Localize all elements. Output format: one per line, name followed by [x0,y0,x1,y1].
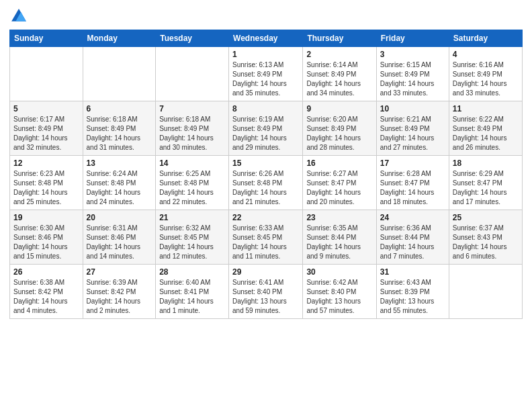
calendar-cell: 24Sunrise: 6:36 AM Sunset: 8:44 PM Dayli… [376,210,449,265]
day-info: Sunrise: 6:14 AM Sunset: 8:49 PM Dayligh… [306,60,372,98]
day-number: 25 [453,213,519,222]
day-number: 6 [87,104,152,113]
calendar-cell: 22Sunrise: 6:33 AM Sunset: 8:45 PM Dayli… [229,210,303,265]
day-number: 19 [13,213,79,222]
calendar-cell: 2Sunrise: 6:14 AM Sunset: 8:49 PM Daylig… [303,47,376,101]
day-number: 12 [13,158,79,168]
calendar-cell [83,47,156,101]
weekday-header-monday: Monday [83,30,156,47]
week-row-1: 1Sunrise: 6:13 AM Sunset: 8:49 PM Daylig… [10,47,523,101]
day-info: Sunrise: 6:15 AM Sunset: 8:49 PM Dayligh… [380,60,445,98]
weekday-header-row: SundayMondayTuesdayWednesdayThursdayFrid… [10,30,523,47]
header [9,7,523,26]
day-number: 3 [380,50,445,59]
weekday-header-saturday: Saturday [449,30,522,47]
calendar-cell [156,47,229,101]
day-info: Sunrise: 6:40 AM Sunset: 8:41 PM Dayligh… [159,278,225,316]
calendar-cell: 13Sunrise: 6:24 AM Sunset: 8:48 PM Dayli… [83,156,156,210]
day-info: Sunrise: 6:43 AM Sunset: 8:39 PM Dayligh… [380,278,445,316]
day-number: 20 [87,213,152,222]
day-number: 18 [453,158,519,168]
calendar-cell: 4Sunrise: 6:16 AM Sunset: 8:49 PM Daylig… [449,47,522,101]
calendar-cell: 16Sunrise: 6:27 AM Sunset: 8:47 PM Dayli… [303,156,376,210]
calendar-cell: 30Sunrise: 6:42 AM Sunset: 8:40 PM Dayli… [303,265,376,319]
day-info: Sunrise: 6:13 AM Sunset: 8:49 PM Dayligh… [232,60,299,98]
day-info: Sunrise: 6:18 AM Sunset: 8:49 PM Dayligh… [87,115,152,152]
day-number: 11 [453,104,519,113]
calendar-cell: 11Sunrise: 6:22 AM Sunset: 8:49 PM Dayli… [449,101,522,156]
calendar-cell: 26Sunrise: 6:38 AM Sunset: 8:42 PM Dayli… [10,265,83,319]
day-number: 24 [380,213,445,222]
day-info: Sunrise: 6:20 AM Sunset: 8:49 PM Dayligh… [306,115,372,152]
day-info: Sunrise: 6:35 AM Sunset: 8:44 PM Dayligh… [306,224,372,261]
weekday-header-wednesday: Wednesday [229,30,303,47]
day-number: 13 [87,158,152,168]
day-info: Sunrise: 6:24 AM Sunset: 8:48 PM Dayligh… [87,169,152,207]
calendar-cell: 25Sunrise: 6:37 AM Sunset: 8:43 PM Dayli… [449,210,522,265]
calendar-cell: 28Sunrise: 6:40 AM Sunset: 8:41 PM Dayli… [156,265,229,319]
day-number: 8 [232,104,299,113]
weekday-header-sunday: Sunday [10,30,83,47]
calendar-cell: 19Sunrise: 6:30 AM Sunset: 8:46 PM Dayli… [10,210,83,265]
day-info: Sunrise: 6:42 AM Sunset: 8:40 PM Dayligh… [306,278,372,316]
calendar-cell: 3Sunrise: 6:15 AM Sunset: 8:49 PM Daylig… [376,47,449,101]
day-number: 26 [13,267,79,277]
week-row-2: 5Sunrise: 6:17 AM Sunset: 8:49 PM Daylig… [10,101,523,156]
day-info: Sunrise: 6:27 AM Sunset: 8:47 PM Dayligh… [306,169,372,207]
day-number: 31 [380,267,445,277]
day-info: Sunrise: 6:17 AM Sunset: 8:49 PM Dayligh… [13,115,79,152]
page: SundayMondayTuesdayWednesdayThursdayFrid… [0,0,532,411]
day-info: Sunrise: 6:21 AM Sunset: 8:49 PM Dayligh… [380,115,445,152]
calendar-cell [449,265,522,319]
week-row-3: 12Sunrise: 6:23 AM Sunset: 8:48 PM Dayli… [10,156,523,210]
calendar-cell: 12Sunrise: 6:23 AM Sunset: 8:48 PM Dayli… [10,156,83,210]
day-number: 27 [87,267,152,277]
calendar-cell: 7Sunrise: 6:18 AM Sunset: 8:49 PM Daylig… [156,101,229,156]
day-info: Sunrise: 6:28 AM Sunset: 8:47 PM Dayligh… [380,169,445,207]
day-info: Sunrise: 6:22 AM Sunset: 8:49 PM Dayligh… [453,115,519,152]
day-info: Sunrise: 6:32 AM Sunset: 8:45 PM Dayligh… [159,224,225,261]
weekday-header-tuesday: Tuesday [156,30,229,47]
day-info: Sunrise: 6:39 AM Sunset: 8:42 PM Dayligh… [87,278,152,316]
week-row-4: 19Sunrise: 6:30 AM Sunset: 8:46 PM Dayli… [10,210,523,265]
day-info: Sunrise: 6:30 AM Sunset: 8:46 PM Dayligh… [13,224,79,261]
day-info: Sunrise: 6:33 AM Sunset: 8:45 PM Dayligh… [232,224,299,261]
calendar-cell: 23Sunrise: 6:35 AM Sunset: 8:44 PM Dayli… [303,210,376,265]
day-info: Sunrise: 6:26 AM Sunset: 8:48 PM Dayligh… [232,169,299,207]
day-info: Sunrise: 6:37 AM Sunset: 8:43 PM Dayligh… [453,224,519,261]
day-number: 30 [306,267,372,277]
day-info: Sunrise: 6:16 AM Sunset: 8:49 PM Dayligh… [453,60,519,98]
calendar-cell: 27Sunrise: 6:39 AM Sunset: 8:42 PM Dayli… [83,265,156,319]
calendar-table: SundayMondayTuesdayWednesdayThursdayFrid… [9,30,523,319]
day-number: 22 [232,213,299,222]
calendar-cell: 5Sunrise: 6:17 AM Sunset: 8:49 PM Daylig… [10,101,83,156]
day-number: 17 [380,158,445,168]
logo-icon [9,7,28,26]
calendar-cell: 6Sunrise: 6:18 AM Sunset: 8:49 PM Daylig… [83,101,156,156]
day-number: 1 [232,50,299,59]
day-number: 15 [232,158,299,168]
calendar-cell: 10Sunrise: 6:21 AM Sunset: 8:49 PM Dayli… [376,101,449,156]
day-number: 7 [159,104,225,113]
day-number: 2 [306,50,372,59]
calendar-cell: 17Sunrise: 6:28 AM Sunset: 8:47 PM Dayli… [376,156,449,210]
day-number: 10 [380,104,445,113]
calendar-cell: 15Sunrise: 6:26 AM Sunset: 8:48 PM Dayli… [229,156,303,210]
week-row-5: 26Sunrise: 6:38 AM Sunset: 8:42 PM Dayli… [10,265,523,319]
calendar-cell: 14Sunrise: 6:25 AM Sunset: 8:48 PM Dayli… [156,156,229,210]
calendar-cell: 20Sunrise: 6:31 AM Sunset: 8:46 PM Dayli… [83,210,156,265]
day-number: 14 [159,158,225,168]
day-info: Sunrise: 6:38 AM Sunset: 8:42 PM Dayligh… [13,278,79,316]
day-number: 16 [306,158,372,168]
day-info: Sunrise: 6:29 AM Sunset: 8:47 PM Dayligh… [453,169,519,207]
weekday-header-thursday: Thursday [303,30,376,47]
day-number: 21 [159,213,225,222]
day-number: 5 [13,104,79,113]
logo [9,7,31,26]
day-info: Sunrise: 6:31 AM Sunset: 8:46 PM Dayligh… [87,224,152,261]
day-info: Sunrise: 6:25 AM Sunset: 8:48 PM Dayligh… [159,169,225,207]
day-number: 23 [306,213,372,222]
calendar-cell: 18Sunrise: 6:29 AM Sunset: 8:47 PM Dayli… [449,156,522,210]
calendar-cell: 29Sunrise: 6:41 AM Sunset: 8:40 PM Dayli… [229,265,303,319]
day-info: Sunrise: 6:36 AM Sunset: 8:44 PM Dayligh… [380,224,445,261]
